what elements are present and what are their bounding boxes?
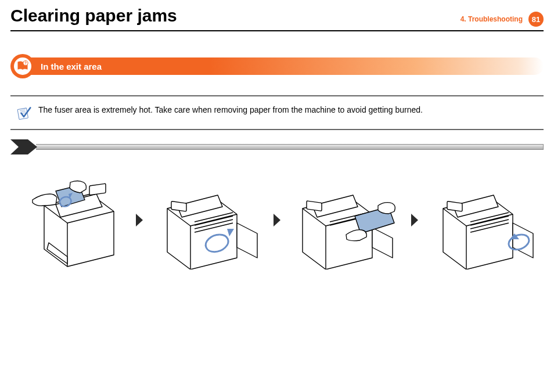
chapter-label: 4. Troubleshooting: [461, 15, 523, 23]
chevron-right-icon: [274, 214, 280, 226]
svg-rect-16: [171, 201, 186, 211]
diagram-step-2: [153, 171, 263, 269]
printer-illustration-4: [429, 171, 539, 269]
instruction-diagram-row: [10, 171, 544, 269]
svg-marker-35: [513, 223, 533, 258]
step-arrow-badge-icon: [10, 138, 38, 156]
svg-marker-27: [372, 228, 393, 258]
section-title: In the exit area: [41, 62, 102, 71]
diagram-step-4: [429, 171, 539, 269]
step-progress-bar: [10, 138, 544, 156]
svg-rect-26: [307, 201, 322, 211]
svg-text:?: ?: [24, 61, 27, 65]
svg-rect-34: [447, 201, 462, 211]
svg-marker-6: [10, 139, 37, 154]
section-title-bar: In the exit area: [30, 57, 544, 75]
section-header: ? In the exit area: [10, 55, 544, 78]
note-checkmark-icon: [16, 106, 31, 121]
chevron-right-icon: [411, 214, 418, 226]
diagram-step-1: [15, 171, 125, 269]
svg-marker-17: [237, 223, 257, 258]
note-text: The fuser area is extremely hot. Take ca…: [38, 105, 423, 116]
step-progress-track: [36, 144, 544, 150]
header-right-group: 4. Troubleshooting 81: [461, 12, 544, 27]
page-title: Clearing paper jams: [10, 6, 177, 26]
svg-rect-9: [89, 184, 106, 195]
svg-marker-31: [411, 214, 418, 226]
page-header: Clearing paper jams 4. Troubleshooting 8…: [10, 6, 544, 31]
book-question-icon: ?: [14, 57, 31, 75]
printer-illustration-1: [15, 171, 125, 269]
page-number-badge: 81: [528, 12, 544, 27]
chevron-right-icon: [136, 214, 143, 226]
svg-marker-23: [274, 214, 280, 226]
diagram-step-3: [291, 171, 401, 269]
svg-marker-13: [136, 214, 143, 226]
warning-note: The fuser area is extremely hot. Take ca…: [10, 95, 544, 130]
printer-illustration-2: [153, 171, 263, 269]
section-icon-outer: ?: [10, 54, 35, 78]
printer-illustration-3: [291, 171, 401, 269]
